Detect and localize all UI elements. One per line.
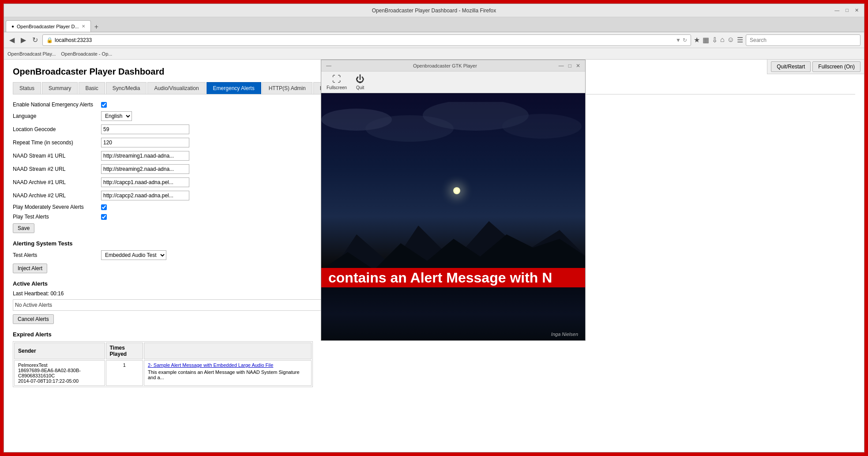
back-button[interactable]: ◀ <box>8 35 16 45</box>
address-bar-row: ◀ ▶ ↻ 🔒 ▼ ↻ ★ ▦ ⇩ ⌂ ☺ ☰ <box>4 32 864 48</box>
fullscreen-button[interactable]: ⛶ Fullscreen <box>327 74 347 90</box>
quit-restart-button[interactable]: Quit/Restart <box>771 61 811 72</box>
enable-checkbox[interactable] <box>101 102 107 108</box>
player-video: contains an Alert Message with N Inga Ni… <box>321 93 585 340</box>
player-toolbar: ⛶ Fullscreen ⏻ Quit <box>321 72 585 93</box>
cancel-alerts-button[interactable]: Cancel Alerts <box>13 314 54 324</box>
stream2-input[interactable] <box>101 164 189 174</box>
browser-tabs-bar: ● OpenBroadcaster Player D... ✕ + <box>4 17 864 32</box>
active-browser-tab[interactable]: ● OpenBroadcaster Player D... ✕ <box>6 20 91 32</box>
forward-button[interactable]: ▶ <box>19 35 28 45</box>
restore-btn[interactable]: □ <box>844 8 850 13</box>
save-button[interactable]: Save <box>13 223 34 233</box>
moderate-checkbox[interactable] <box>101 204 107 210</box>
alert-banner: contains an Alert Message with N <box>321 268 585 287</box>
tab-summary[interactable]: Summary <box>42 82 78 94</box>
bookmarks-bar: OpenBroadcast Play... OpenBroadcaste - O… <box>4 48 864 60</box>
archive2-label: NAAD Archive #2 URL <box>13 192 101 199</box>
tab-https[interactable]: HTTP(S) Admin <box>262 82 312 94</box>
test-alerts-checkbox[interactable] <box>101 214 107 220</box>
tab-emergency[interactable]: Emergency Alerts <box>207 82 261 94</box>
alert-desc: This example contains an Alert Message w… <box>148 369 308 380</box>
tab-syncmedia[interactable]: Sync/Media <box>106 82 147 94</box>
svg-point-3 <box>502 114 582 139</box>
search-input[interactable] <box>750 37 857 43</box>
geocode-label: Location Geocode <box>13 126 101 132</box>
table-row: PelmorexTest 18697689-8EA6-8A02-830B-C89… <box>14 360 312 386</box>
minimize-btn[interactable]: — <box>833 8 841 13</box>
inject-alert-button[interactable]: Inject Alert <box>13 264 47 273</box>
refresh-addr-icon[interactable]: ↻ <box>683 37 687 43</box>
player-restore-btn[interactable]: □ <box>567 63 573 69</box>
stream2-label: NAAD Stream #2 URL <box>13 166 101 172</box>
reload-button[interactable]: ↻ <box>30 35 40 45</box>
col-times: Times Played <box>106 343 143 359</box>
dropdown-addr-icon[interactable]: ▼ <box>676 37 681 43</box>
address-box: 🔒 ▼ ↻ <box>42 34 691 46</box>
quit-label: Quit <box>356 85 364 90</box>
tab-basic[interactable]: Basic <box>79 82 105 94</box>
lock-icon: 🔒 <box>46 37 53 43</box>
watermark: Inga Nielsen <box>551 332 578 337</box>
player-titlebar-left: — <box>325 63 333 69</box>
test-alerts-select[interactable]: Embedded Audio Test <box>101 250 166 260</box>
new-tab-button[interactable]: + <box>92 23 101 31</box>
stream1-input[interactable] <box>101 151 189 161</box>
quit-button[interactable]: ⏻ Quit <box>356 74 364 90</box>
no-active-alerts-text: No Active Alerts <box>15 302 52 308</box>
close-btn[interactable]: ✕ <box>853 8 860 13</box>
repeat-input[interactable] <box>101 138 189 147</box>
player-minimize-icon[interactable]: — <box>325 63 333 69</box>
alert-banner-text: contains an Alert Message with N <box>328 270 552 286</box>
archive1-input[interactable] <box>101 177 189 187</box>
archive2-input[interactable] <box>101 191 189 200</box>
fullscreen-on-button[interactable]: Fullscreen (On) <box>812 61 860 72</box>
player-close-btn[interactable]: ✕ <box>575 63 582 69</box>
language-select[interactable]: English <box>101 111 132 121</box>
search-box <box>746 34 860 46</box>
col-sender: Sender <box>14 343 105 359</box>
moderate-label: Play Moderately Severe Alerts <box>13 204 101 210</box>
bookmark-2[interactable]: OpenBroadcaste - Op... <box>61 51 112 57</box>
tab-audioviz[interactable]: Audio/Visualization <box>147 82 205 94</box>
alert-link[interactable]: 2- Sample Alert Message with Embedded La… <box>148 362 273 368</box>
col-details <box>144 343 312 359</box>
fullscreen-icon: ⛶ <box>332 74 341 84</box>
player-title: Openbroadcaster GTK Player <box>333 63 557 68</box>
bookmark-1[interactable]: OpenBroadcast Play... <box>8 51 56 57</box>
row-times: 1 <box>106 360 143 386</box>
test-alerts-dropdown-label: Test Alerts <box>13 252 101 258</box>
browser-titlebar: OpenBroadcaster Player Dashboard - Mozil… <box>4 4 864 17</box>
test-alerts-label: Play Test Alerts <box>13 214 101 220</box>
row-detail: 2- Sample Alert Message with Embedded La… <box>144 360 312 386</box>
tab-status[interactable]: Status <box>13 82 41 94</box>
row-sender: PelmorexTest 18697689-8EA6-8A02-830B-C89… <box>14 360 105 386</box>
moon <box>453 187 460 194</box>
bookmark-star-icon[interactable]: ★ <box>694 36 700 44</box>
menu-icon[interactable]: ☰ <box>737 36 743 44</box>
clouds-overlay <box>321 102 585 173</box>
tab-label: OpenBroadcaster Player D... <box>17 24 79 29</box>
download-icon[interactable]: ⇩ <box>712 36 718 44</box>
archive1-label: NAAD Archive #1 URL <box>13 179 101 185</box>
stream1-label: NAAD Stream #1 URL <box>13 153 101 159</box>
player-titlebar: — Openbroadcaster GTK Player — □ ✕ <box>321 60 585 72</box>
active-alerts-box: No Active Alerts <box>13 299 322 311</box>
player-window: — Openbroadcaster GTK Player — □ ✕ ⛶ Ful… <box>321 60 586 341</box>
address-input[interactable] <box>55 37 676 43</box>
right-toolbar: Quit/Restart Fullscreen (On) <box>767 60 864 74</box>
fullscreen-label: Fullscreen <box>327 85 347 90</box>
account-icon[interactable]: ☺ <box>727 36 734 44</box>
player-titlebar-right[interactable]: — □ ✕ <box>557 63 582 69</box>
window-controls[interactable]: — □ ✕ <box>833 8 860 13</box>
clouds-svg <box>321 102 585 173</box>
tab-favicon: ● <box>11 24 14 29</box>
tab-close-btn[interactable]: ✕ <box>82 24 85 29</box>
geocode-input[interactable] <box>101 124 189 134</box>
enable-label: Enable National Emergency Alerts <box>13 102 101 108</box>
expired-alerts-table: Sender Times Played PelmorexTest 1869768… <box>13 341 313 387</box>
repeat-label: Repeat Time (in seconds) <box>13 139 101 146</box>
player-minimize-btn[interactable]: — <box>557 63 565 69</box>
home-icon[interactable]: ⌂ <box>720 36 725 44</box>
screenshot-icon[interactable]: ▦ <box>703 36 709 44</box>
